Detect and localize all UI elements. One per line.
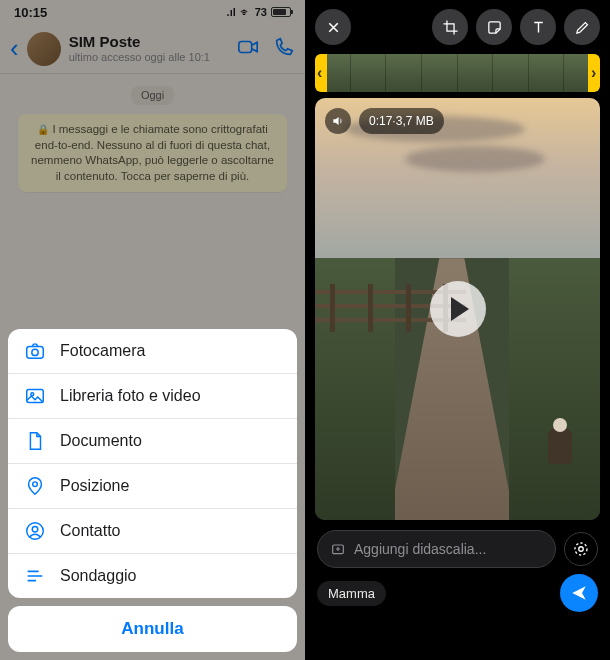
svg-point-2	[32, 349, 38, 355]
video-meta-text: 0:17 · 3,7 MB	[359, 108, 444, 134]
svg-point-9	[575, 543, 587, 555]
attachment-action-sheet: Fotocamera Libreria foto e video Documen…	[0, 321, 305, 660]
play-icon[interactable]	[430, 281, 486, 337]
caption-input[interactable]: Aggiungi didascalia...	[317, 530, 556, 568]
quality-icon[interactable]	[564, 532, 598, 566]
sheet-item-contact[interactable]: Contatto	[8, 509, 297, 554]
trim-handle-right[interactable]	[588, 54, 600, 92]
send-button[interactable]	[560, 574, 598, 612]
draw-icon[interactable]	[564, 9, 600, 45]
svg-rect-1	[27, 346, 44, 358]
whatsapp-chat-screen: 10:15 .ıl ᯤ 73 ‹ SIM Poste ultimo access…	[0, 0, 305, 660]
sheet-item-camera[interactable]: Fotocamera	[8, 329, 297, 374]
add-photo-icon	[330, 541, 346, 557]
gallery-icon	[24, 385, 46, 407]
video-trim-timeline[interactable]	[315, 54, 600, 92]
poll-icon	[24, 565, 46, 587]
sheet-item-gallery[interactable]: Libreria foto e video	[8, 374, 297, 419]
sheet-item-label: Fotocamera	[60, 342, 145, 360]
caption-row: Aggiungi didascalia...	[305, 520, 610, 574]
text-icon[interactable]	[520, 9, 556, 45]
video-editor-screen: 0:17 · 3,7 MB Aggiungi didascalia... Mam…	[305, 0, 610, 660]
send-row: Mamma	[305, 574, 610, 622]
caption-placeholder: Aggiungi didascalia...	[354, 541, 486, 557]
sheet-item-label: Posizione	[60, 477, 129, 495]
crop-icon[interactable]	[432, 9, 468, 45]
sheet-item-poll[interactable]: Sondaggio	[8, 554, 297, 598]
close-icon[interactable]	[315, 9, 351, 45]
location-icon	[24, 475, 46, 497]
sheet-item-location[interactable]: Posizione	[8, 464, 297, 509]
mute-icon[interactable]	[325, 108, 351, 134]
svg-point-10	[579, 547, 584, 552]
sticker-icon[interactable]	[476, 9, 512, 45]
camera-icon	[24, 340, 46, 362]
sheet-item-label: Libreria foto e video	[60, 387, 201, 405]
contact-icon	[24, 520, 46, 542]
sheet-item-label: Documento	[60, 432, 142, 450]
video-preview[interactable]: 0:17 · 3,7 MB	[315, 98, 600, 520]
sheet-item-document[interactable]: Documento	[8, 419, 297, 464]
sheet-item-label: Contatto	[60, 522, 120, 540]
recipient-chip[interactable]: Mamma	[317, 581, 386, 606]
svg-point-7	[32, 526, 38, 532]
cancel-button[interactable]: Annulla	[8, 606, 297, 652]
document-icon	[24, 430, 46, 452]
trim-handle-left[interactable]	[315, 54, 327, 92]
editor-toolbar	[305, 0, 610, 54]
action-sheet-list: Fotocamera Libreria foto e video Documen…	[8, 329, 297, 598]
svg-point-5	[33, 482, 38, 487]
sheet-item-label: Sondaggio	[60, 567, 137, 585]
